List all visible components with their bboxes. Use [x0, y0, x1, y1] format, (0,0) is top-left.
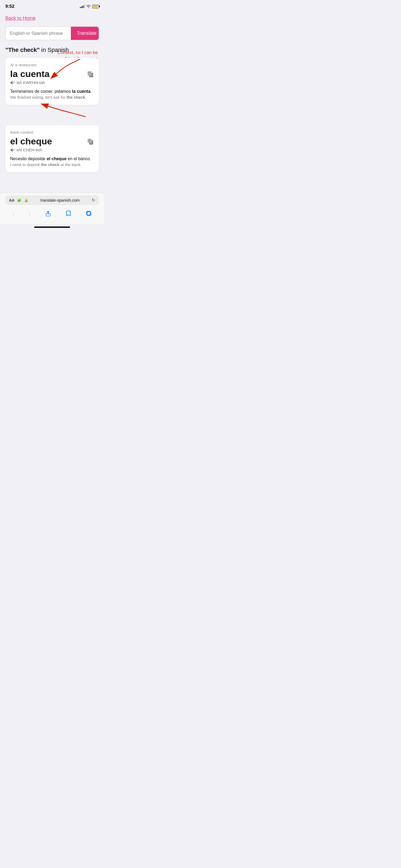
speaker-icon-1 [10, 81, 15, 85]
browser-nav-bar: ‹ › [5, 209, 99, 222]
card-pronunciation-2: ehl CHEH-keh [10, 148, 94, 152]
status-bar: 9:52 [0, 0, 104, 11]
speaker-icon-2 [10, 148, 15, 152]
main-content: Back to Home Translate "The check" in Sp… [0, 11, 104, 177]
card-example-es-2: Necesito depositar el cheque en el banco… [10, 156, 94, 161]
copy-icon-2[interactable] [87, 138, 94, 146]
signal-icon [80, 5, 85, 8]
search-input[interactable] [6, 27, 71, 40]
browser-url-text[interactable]: translate-spanish.com [31, 198, 89, 203]
browser-share-button[interactable] [41, 209, 55, 220]
card-translation-row-1: la cuenta [10, 69, 94, 79]
svg-rect-5 [88, 139, 92, 143]
browser-address-bar[interactable]: AA 🧩 🔒 translate-spanish.com ↻ [5, 195, 99, 205]
card-word-2: el cheque [10, 136, 52, 147]
card-translation-row-2: el cheque [10, 136, 94, 147]
back-to-home-link[interactable]: Back to Home [5, 16, 36, 21]
card-pronunciation-text-2: ehl CHEH-keh [17, 148, 42, 152]
browser-bookmarks-button[interactable] [62, 209, 75, 219]
card-wrapper-1: Context, so I can be confident I'm sayin… [5, 58, 99, 105]
browser-extension-icon: 🧩 [17, 198, 21, 202]
card-pronunciation-text-1: lah KWEHN-tah [17, 80, 45, 85]
result-query-word: "The check" [5, 46, 39, 53]
browser-tabs-button[interactable] [82, 209, 95, 219]
wifi-icon [86, 4, 91, 8]
browser-reload-button[interactable]: ↻ [92, 197, 95, 203]
card-example-es-1: Terminamos de comer, pidamos la cuenta. [10, 89, 94, 94]
card-example-en-2: I need to deposit the check at the bank. [10, 162, 94, 167]
browser-aa-button[interactable]: AA [9, 198, 14, 203]
browser-back-button[interactable]: ‹ [9, 209, 18, 219]
result-title: "The check" in Spanish [5, 46, 99, 54]
card-context-2: Bank context [10, 130, 94, 134]
search-bar: Translate [5, 27, 99, 40]
battery-icon [92, 5, 99, 8]
translation-card-2: Bank context el cheque ehl CHEH-keh Nece… [5, 125, 99, 172]
arrow-spacer [5, 109, 99, 125]
browser-bar: AA 🧩 🔒 translate-spanish.com ↻ ‹ › [0, 192, 104, 224]
svg-rect-2 [88, 71, 92, 76]
card-word-1: la cuenta [10, 69, 50, 79]
result-query-suffix: in Spanish [39, 46, 69, 53]
status-icons [80, 4, 99, 8]
card-context-1: At a restaurant [10, 63, 94, 67]
home-indicator [34, 226, 70, 228]
browser-forward-button[interactable]: › [25, 209, 34, 219]
browser-lock-icon: 🔒 [24, 198, 28, 202]
card-example-en-1: We finished eating, let's ask for the ch… [10, 95, 94, 99]
copy-icon-1[interactable] [87, 70, 94, 79]
card-pronunciation-1: lah KWEHN-tah [10, 80, 94, 85]
status-time: 9:52 [5, 4, 14, 9]
translate-button[interactable]: Translate [71, 27, 99, 40]
translation-card-1: At a restaurant la cuenta lah K [5, 58, 99, 105]
